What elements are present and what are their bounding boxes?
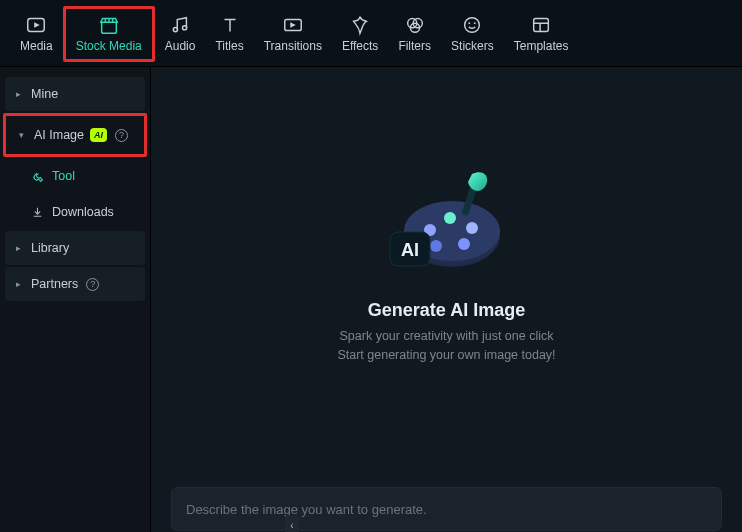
effects-icon bbox=[348, 13, 372, 37]
stock-media-icon bbox=[97, 13, 121, 37]
prompt-input[interactable] bbox=[171, 487, 722, 531]
svg-point-10 bbox=[474, 22, 476, 24]
svg-point-8 bbox=[465, 18, 480, 33]
download-icon bbox=[31, 206, 44, 219]
sidebar-item-label: Downloads bbox=[52, 205, 114, 219]
svg-point-17 bbox=[458, 238, 470, 250]
sidebar-item-label: Library bbox=[31, 241, 69, 255]
audio-icon bbox=[168, 13, 192, 37]
sidebar-item-label: Tool bbox=[52, 169, 75, 183]
ai-badge: AI bbox=[90, 128, 107, 142]
sidebar-item-partners[interactable]: ▸ Partners ? bbox=[5, 267, 145, 301]
templates-icon bbox=[529, 13, 553, 37]
tab-transitions[interactable]: Transitions bbox=[254, 9, 332, 59]
top-tab-bar: Media Stock Media Audio Titles Transitio… bbox=[0, 0, 742, 67]
filters-icon bbox=[403, 13, 427, 37]
wrench-icon bbox=[31, 170, 44, 183]
svg-point-16 bbox=[466, 222, 478, 234]
sidebar: ▸ Mine ▾ AI Image AI ? Tool Downloads ▸ bbox=[0, 67, 150, 532]
tab-stickers[interactable]: Stickers bbox=[441, 9, 504, 59]
tab-label: Effects bbox=[342, 39, 378, 53]
tab-label: Templates bbox=[514, 39, 569, 53]
ai-palette-illustration: AI bbox=[372, 170, 522, 290]
hero-title: Generate AI Image bbox=[368, 300, 525, 321]
hero-section: AI Generate AI Image Spark your creativi… bbox=[151, 67, 742, 477]
sidebar-item-mine[interactable]: ▸ Mine bbox=[5, 77, 145, 111]
svg-point-2 bbox=[173, 27, 177, 31]
ai-illustration-text: AI bbox=[401, 240, 419, 260]
sidebar-item-downloads[interactable]: Downloads bbox=[5, 195, 145, 229]
tab-filters[interactable]: Filters bbox=[388, 9, 441, 59]
svg-point-15 bbox=[444, 212, 456, 224]
sidebar-item-label: Mine bbox=[31, 87, 58, 101]
sidebar-item-label: AI Image bbox=[34, 128, 84, 142]
tab-label: Titles bbox=[215, 39, 243, 53]
svg-marker-1 bbox=[35, 22, 41, 28]
tab-stock-media[interactable]: Stock Media bbox=[63, 6, 155, 62]
chevron-left-icon: ‹ bbox=[290, 520, 293, 531]
tab-effects[interactable]: Effects bbox=[332, 9, 388, 59]
tab-label: Audio bbox=[165, 39, 196, 53]
tab-titles[interactable]: Titles bbox=[205, 9, 253, 59]
tab-label: Stock Media bbox=[76, 39, 142, 53]
sidebar-item-library[interactable]: ▸ Library bbox=[5, 231, 145, 265]
tab-label: Filters bbox=[398, 39, 431, 53]
tab-label: Media bbox=[20, 39, 53, 53]
hero-subtitle-line: Spark your creativity with just one clic… bbox=[337, 327, 555, 345]
stickers-icon bbox=[460, 13, 484, 37]
prompt-bar-container bbox=[151, 477, 742, 532]
chevron-down-icon: ▾ bbox=[16, 130, 26, 140]
sidebar-item-ai-image[interactable]: ▾ AI Image AI ? bbox=[8, 118, 142, 152]
tab-media[interactable]: Media bbox=[10, 9, 63, 59]
svg-point-3 bbox=[183, 26, 187, 30]
sidebar-ai-image-highlight: ▾ AI Image AI ? bbox=[3, 113, 147, 157]
tab-label: Stickers bbox=[451, 39, 494, 53]
titles-icon bbox=[218, 13, 242, 37]
svg-point-18 bbox=[430, 240, 442, 252]
tab-templates[interactable]: Templates bbox=[504, 9, 579, 59]
chevron-right-icon: ▸ bbox=[13, 89, 23, 99]
hero-subtitle: Spark your creativity with just one clic… bbox=[337, 327, 555, 363]
sidebar-item-tool[interactable]: Tool bbox=[5, 159, 145, 193]
main-panel: AI Generate AI Image Spark your creativi… bbox=[150, 67, 742, 532]
transitions-icon bbox=[281, 13, 305, 37]
chevron-right-icon: ▸ bbox=[13, 243, 23, 253]
chevron-right-icon: ▸ bbox=[13, 279, 23, 289]
media-icon bbox=[24, 13, 48, 37]
help-icon[interactable]: ? bbox=[86, 278, 99, 291]
sidebar-collapse-button[interactable]: ‹ bbox=[285, 515, 299, 532]
tab-audio[interactable]: Audio bbox=[155, 9, 206, 59]
svg-rect-11 bbox=[534, 19, 549, 32]
tab-label: Transitions bbox=[264, 39, 322, 53]
hero-subtitle-line: Start generating your own image today! bbox=[337, 346, 555, 364]
help-icon[interactable]: ? bbox=[115, 129, 128, 142]
svg-point-9 bbox=[469, 22, 471, 24]
sidebar-item-label: Partners bbox=[31, 277, 78, 291]
